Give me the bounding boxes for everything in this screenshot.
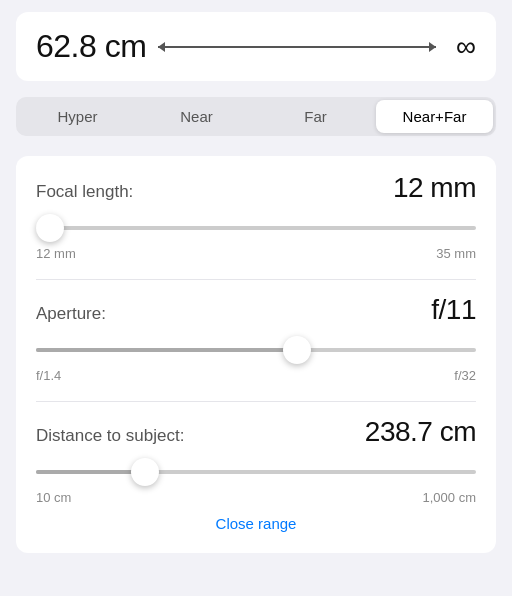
aperture-min: f/1.4 [36,368,61,383]
distance-track [36,470,476,474]
distance-max: 1,000 cm [423,490,476,505]
tab-far[interactable]: Far [257,100,374,133]
distance-slider[interactable] [36,458,476,486]
aperture-fill [36,348,291,352]
infinity-symbol: ∞ [456,31,476,63]
tab-bar: Hyper Near Far Near+Far [16,97,496,136]
focal-length-label: Focal length: [36,182,133,202]
aperture-value: f/11 [431,294,476,326]
tab-near-far[interactable]: Near+Far [376,100,493,133]
tab-hyper[interactable]: Hyper [19,100,136,133]
distance-thumb[interactable] [131,458,159,486]
controls-section: Focal length: 12 mm 12 mm 35 mm Aperture… [16,156,496,553]
distance-label: Distance to subject: [36,426,184,446]
top-display-card: 62.8 cm ∞ [16,12,496,81]
focal-length-min: 12 mm [36,246,76,261]
aperture-track [36,348,476,352]
focal-length-value: 12 mm [393,172,476,204]
aperture-label: Aperture: [36,304,106,324]
aperture-thumb[interactable] [283,336,311,364]
aperture-slider[interactable] [36,336,476,364]
distance-arrow [158,46,436,48]
focal-length-labels: 12 mm 35 mm [36,246,476,261]
focal-length-thumb[interactable] [36,214,64,242]
aperture-max: f/32 [454,368,476,383]
distance-labels: 10 cm 1,000 cm [36,490,476,505]
focal-length-slider[interactable] [36,214,476,242]
aperture-labels: f/1.4 f/32 [36,368,476,383]
top-display-value: 62.8 cm [36,28,146,65]
distance-value: 238.7 cm [365,416,476,448]
aperture-control: Aperture: f/11 f/1.4 f/32 [36,294,476,383]
distance-control: Distance to subject: 238.7 cm 10 cm 1,00… [36,416,476,537]
close-range-container: Close range [36,515,476,537]
tab-near[interactable]: Near [138,100,255,133]
distance-min: 10 cm [36,490,71,505]
focal-length-max: 35 mm [436,246,476,261]
close-range-link[interactable]: Close range [216,515,297,532]
focal-length-track [36,226,476,230]
distance-fill [36,470,137,474]
focal-length-control: Focal length: 12 mm 12 mm 35 mm [36,172,476,261]
